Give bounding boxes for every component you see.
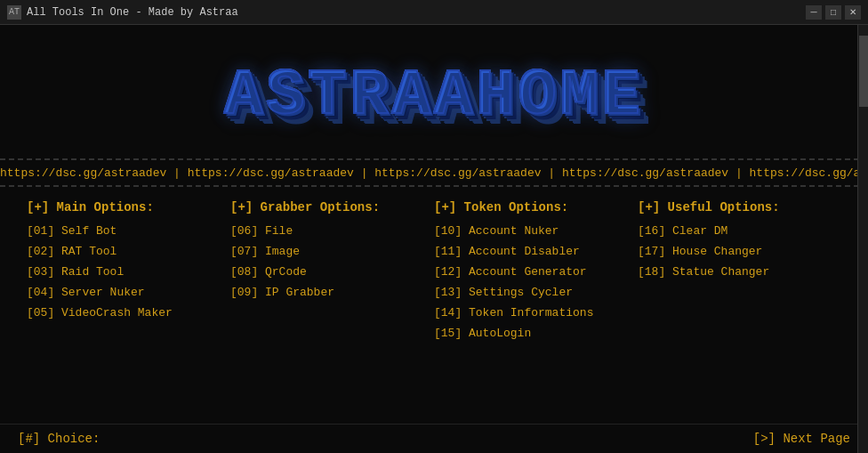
hero-section: ASTRAAHOME [0, 25, 868, 158]
menu-header-2: [+] Token Options: [434, 200, 638, 214]
menu-item-0-3[interactable]: [04] Server Nuker [27, 285, 230, 300]
menu-grid: [+] Main Options:[01] Self Bot[02] RAT T… [0, 187, 868, 345]
ticker-bar: https://dsc.gg/astraadev | https://dsc.g… [0, 158, 868, 187]
choice-prompt: [#] Choice: [18, 432, 100, 446]
menu-item-0-2[interactable]: [03] Raid Tool [27, 264, 230, 279]
hero-title: ASTRAAHOME [224, 60, 644, 133]
scrollbar-thumb[interactable] [859, 36, 868, 107]
menu-item-2-4[interactable]: [14] Token Informations [434, 305, 638, 320]
menu-item-0-1[interactable]: [02] RAT Tool [27, 244, 230, 259]
menu-item-1-3[interactable]: [09] IP Grabber [230, 285, 434, 300]
menu-item-1-1[interactable]: [07] Image [230, 244, 434, 259]
menu-header-0: [+] Main Options: [27, 200, 230, 214]
maximize-button[interactable]: □ [825, 5, 841, 20]
app-icon-text: AT [9, 7, 20, 17]
menu-item-3-2[interactable]: [18] Statue Changer [638, 264, 841, 279]
scrollbar[interactable] [857, 25, 868, 453]
next-page-button[interactable]: [>] Next Page [753, 432, 850, 446]
app-icon: AT [7, 5, 21, 20]
menu-item-0-0[interactable]: [01] Self Bot [27, 223, 230, 239]
menu-item-3-0[interactable]: [16] Clear DM [638, 223, 841, 239]
menu-item-1-0[interactable]: [06] File [230, 223, 434, 239]
title-bar: AT All Tools In One - Made by Astraa ─ □… [0, 0, 868, 25]
menu-header-1: [+] Grabber Options: [230, 200, 434, 214]
menu-column-1: [+] Grabber Options:[06] File[07] Image[… [230, 200, 434, 341]
close-button[interactable]: ✕ [845, 5, 861, 20]
menu-column-2: [+] Token Options:[10] Account Nuker[11]… [434, 200, 638, 341]
main-content: ASTRAAHOME https://dsc.gg/astraadev | ht… [0, 25, 868, 453]
menu-column-0: [+] Main Options:[01] Self Bot[02] RAT T… [27, 200, 230, 341]
title-bar-left: AT All Tools In One - Made by Astraa [7, 5, 238, 20]
menu-item-1-2[interactable]: [08] QrCode [230, 264, 434, 279]
menu-item-2-5[interactable]: [15] AutoLogin [434, 326, 638, 341]
minimize-button[interactable]: ─ [806, 5, 822, 20]
ticker-text: https://dsc.gg/astraadev | https://dsc.g… [0, 166, 868, 180]
menu-header-3: [+] Useful Options: [638, 200, 841, 214]
menu-item-0-4[interactable]: [05] VideoCrash Maker [27, 305, 230, 320]
menu-item-2-0[interactable]: [10] Account Nuker [434, 223, 638, 239]
menu-item-2-2[interactable]: [12] Account Generator [434, 264, 638, 279]
window-title: All Tools In One - Made by Astraa [27, 6, 238, 19]
bottom-bar: [#] Choice: [>] Next Page [0, 424, 868, 453]
window-controls: ─ □ ✕ [806, 5, 861, 20]
menu-column-3: [+] Useful Options:[16] Clear DM[17] Hou… [638, 200, 841, 341]
menu-item-2-3[interactable]: [13] Settings Cycler [434, 285, 638, 300]
menu-item-3-1[interactable]: [17] House Changer [638, 244, 841, 259]
menu-item-2-1[interactable]: [11] Account Disabler [434, 244, 638, 259]
